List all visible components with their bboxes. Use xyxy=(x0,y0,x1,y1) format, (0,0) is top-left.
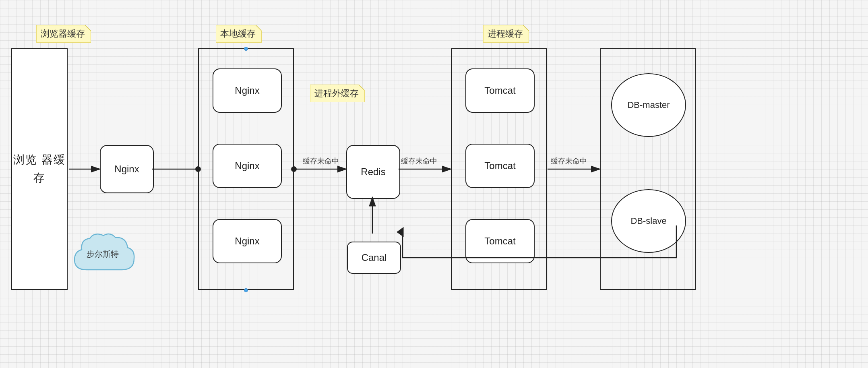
db-slave-node: DB-slave xyxy=(611,189,686,253)
dot-nginx-top xyxy=(244,47,248,51)
dot-nginx-bottom xyxy=(244,288,248,292)
tomcat-node-3: Tomcat xyxy=(465,219,535,263)
sticky-in-process-cache: 进程缓存 xyxy=(483,25,529,43)
nginx-node-1: Nginx xyxy=(213,68,282,113)
sticky-out-process-cache: 进程外缓存 xyxy=(310,85,365,102)
nginx-node-3: Nginx xyxy=(213,219,282,263)
diagram-container: 浏览器缓存 浏览 器缓 存 Nginx 本地缓存 Nginx Nginx Ngi… xyxy=(0,0,868,368)
arrow-label-miss3: 缓存未命中 xyxy=(551,156,587,166)
arrow-label-miss1: 缓存未命中 xyxy=(303,156,339,166)
burst-label: 步尔斯特 xyxy=(87,250,119,258)
sticky-browser-cache: 浏览器缓存 xyxy=(36,25,91,43)
redis-node: Redis xyxy=(346,145,400,199)
nginx-node-2: Nginx xyxy=(213,144,282,188)
tomcat-node-1: Tomcat xyxy=(465,68,535,113)
arrow-label-miss2: 缓存未命中 xyxy=(401,156,437,166)
browser-cache-label: 浏览 器缓 存 xyxy=(12,151,67,187)
db-master-node: DB-master xyxy=(611,73,686,137)
db-cluster-box: DB-master DB-slave xyxy=(600,48,696,290)
canal-node: Canal xyxy=(347,242,401,274)
nginx-single-node: Nginx xyxy=(100,145,154,193)
cloud-shape: 步尔斯特 xyxy=(66,229,139,282)
tomcat-node-2: Tomcat xyxy=(465,144,535,188)
browser-cache-node: 浏览 器缓 存 xyxy=(11,48,68,290)
sticky-local-cache: 本地缓存 xyxy=(216,25,262,43)
tomcat-cluster-box: Tomcat Tomcat Tomcat xyxy=(451,48,547,290)
nginx-cluster-box: Nginx Nginx Nginx xyxy=(198,48,294,290)
